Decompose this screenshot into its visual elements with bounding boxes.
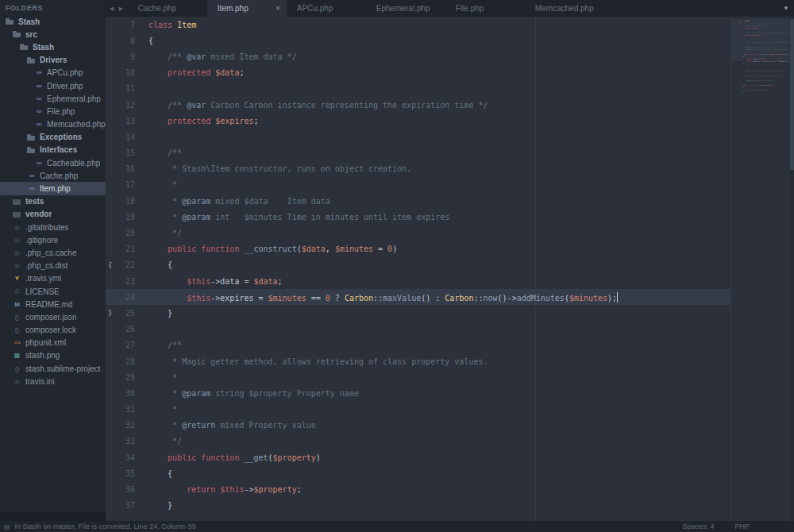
line-number: 30 xyxy=(116,389,135,398)
tree-item[interactable]: Ephemeral.php xyxy=(0,92,106,105)
image-file-icon xyxy=(12,351,22,360)
minimap[interactable]: class Item{ /** @var mixed Item data */ … xyxy=(730,17,794,521)
scrollbar-thumb[interactable] xyxy=(790,19,794,170)
code-line[interactable]: 36 return $this->$property; xyxy=(106,481,730,497)
tree-item[interactable]: .gitattributes xyxy=(0,221,106,233)
code-line[interactable]: 23 $this->data = $data; xyxy=(106,273,730,289)
code-text: /** @var Carbon Carbon instance represen… xyxy=(135,101,488,110)
tab[interactable]: Item.php× xyxy=(207,0,287,17)
tree-item[interactable]: Cacheable.php xyxy=(0,156,106,169)
tree-item[interactable]: Driver.php xyxy=(0,79,106,92)
fold-marker[interactable]: } xyxy=(106,309,116,317)
code-line[interactable]: 21 public function __construct($data, $m… xyxy=(106,241,730,257)
config-file-icon xyxy=(12,261,22,271)
code-line[interactable]: 28 * Magic getter method, allows retriev… xyxy=(106,353,730,369)
status-message: In Stash on master, File is commited, Li… xyxy=(15,522,683,530)
code-line[interactable]: 19 * @param int $minutes Time in minutes… xyxy=(106,209,730,225)
code-line[interactable]: 37 } xyxy=(106,498,730,514)
php-file-icon xyxy=(33,120,44,129)
tree-item[interactable]: tests xyxy=(0,195,106,208)
code-line[interactable]: 18 * @param mixed $data Item data xyxy=(106,193,730,209)
code-line[interactable]: 31 * xyxy=(106,402,730,418)
tree-item-label: Cache.php xyxy=(40,172,78,180)
tree-item[interactable]: .php_cs.cache xyxy=(0,246,106,259)
syntax-setting[interactable]: PHP xyxy=(734,522,750,530)
tab-nav: ◀ ▶ xyxy=(106,0,128,17)
folders-header: FOLDERS xyxy=(0,0,106,15)
code-line[interactable]: 29 * xyxy=(106,369,730,385)
folder-icon xyxy=(26,56,37,65)
tree-item-label: LICENSE xyxy=(25,287,60,296)
line-number: 12 xyxy=(116,101,135,110)
folder-icon xyxy=(5,17,15,26)
tree-item[interactable]: Exceptions xyxy=(0,131,106,144)
tree-item[interactable]: LICENSE xyxy=(0,285,106,298)
tab-label: File.php xyxy=(456,4,484,13)
tree-item[interactable]: vendor xyxy=(0,208,106,221)
forward-icon[interactable]: ▶ xyxy=(118,6,122,12)
code-line[interactable]: 12 /** @var Carbon Carbon instance repre… xyxy=(106,97,730,113)
tab[interactable]: Cache.php xyxy=(128,0,207,17)
code-line[interactable]: 24 $this->expires = $minutes == 0 ? Carb… xyxy=(106,289,730,305)
tree-item[interactable]: Stash xyxy=(0,15,106,28)
code-text: { xyxy=(135,469,172,478)
tree-item[interactable]: File.php xyxy=(0,105,106,118)
tree-item[interactable]: Memcached.php xyxy=(0,118,106,131)
back-icon[interactable]: ◀ xyxy=(110,6,114,12)
code-line[interactable]: 30 * @param string $property Property na… xyxy=(106,385,730,401)
code-line[interactable]: 7class Item xyxy=(106,17,730,33)
tab[interactable]: APCu.php xyxy=(287,0,366,17)
tab[interactable]: Ephemeral.php xyxy=(366,0,445,17)
code-text: * xyxy=(135,405,177,414)
tree-item[interactable]: phpunit.xml xyxy=(0,337,106,349)
code-line[interactable]: 13 protected $expires; xyxy=(106,113,730,129)
tree-item[interactable]: .gitignore xyxy=(0,233,106,246)
code-line[interactable]: }25 } xyxy=(106,305,730,321)
code-line[interactable]: 9 /** @var mixed Item data */ xyxy=(106,48,730,64)
vertical-scrollbar[interactable] xyxy=(790,17,794,521)
tree-item[interactable]: composer.lock xyxy=(0,324,106,337)
tab-overflow-icon[interactable]: ▼ xyxy=(781,0,792,17)
tab-close-icon[interactable]: × xyxy=(276,5,280,13)
code-line[interactable]: 33 */ xyxy=(106,434,730,449)
tree-item[interactable]: stash.sublime-project xyxy=(0,362,106,375)
tree-item[interactable]: Item.php xyxy=(0,182,106,195)
code-line[interactable]: {22 { xyxy=(106,257,730,273)
code-text: * xyxy=(135,373,177,382)
tree-item[interactable]: stash.png xyxy=(0,349,106,362)
code-line[interactable]: 20 */ xyxy=(106,225,730,241)
tree-item[interactable]: .php_cs.dist xyxy=(0,260,106,272)
code-line[interactable]: 8{ xyxy=(106,33,730,48)
indentation-setting[interactable]: Spaces: 4 xyxy=(682,522,714,530)
code-line[interactable]: 26 xyxy=(106,322,730,337)
tree-item[interactable]: Drivers xyxy=(0,54,106,67)
tree-item[interactable]: .travis.yml xyxy=(0,272,106,285)
tree-item[interactable]: APCu.php xyxy=(0,67,106,79)
code-line[interactable]: 32 * @return mixed Property value xyxy=(106,418,730,434)
code-line[interactable]: 10 protected $data; xyxy=(106,65,730,81)
sidebar-scrollbar[interactable] xyxy=(0,512,106,521)
code-line[interactable]: 17 * xyxy=(106,177,730,193)
tab[interactable]: Memcached.php xyxy=(525,0,604,17)
code-text: /** xyxy=(135,341,182,349)
tree-item[interactable]: composer.json xyxy=(0,310,106,323)
code-line[interactable]: 16 * Stash\Item constructor, runs on obj… xyxy=(106,161,730,177)
tree-item[interactable]: travis.ini xyxy=(0,375,106,387)
tab-strip: Cache.phpItem.php×APCu.phpEphemeral.phpF… xyxy=(128,0,604,17)
code-line[interactable]: 14 xyxy=(106,129,730,145)
code-line[interactable]: 27 /** xyxy=(106,337,730,353)
tree-item[interactable]: Stash xyxy=(0,40,106,53)
folder-icon xyxy=(12,29,22,39)
code-line[interactable]: 15 /** xyxy=(106,145,730,161)
tree-item[interactable]: Cache.php xyxy=(0,169,106,182)
fold-marker[interactable]: { xyxy=(106,261,116,269)
code-line[interactable]: 11 xyxy=(106,81,730,97)
tree-item-label: vendor xyxy=(25,210,52,218)
code-line[interactable]: 35 { xyxy=(106,465,730,481)
tree-item-label: Ephemeral.php xyxy=(47,94,101,103)
code-line[interactable]: 34 public function __get($property) xyxy=(106,449,730,465)
tree-item[interactable]: Interfaces xyxy=(0,144,106,156)
tree-item[interactable]: src xyxy=(0,28,106,40)
tree-item[interactable]: README.md xyxy=(0,298,106,310)
tab[interactable]: File.php xyxy=(445,0,525,17)
